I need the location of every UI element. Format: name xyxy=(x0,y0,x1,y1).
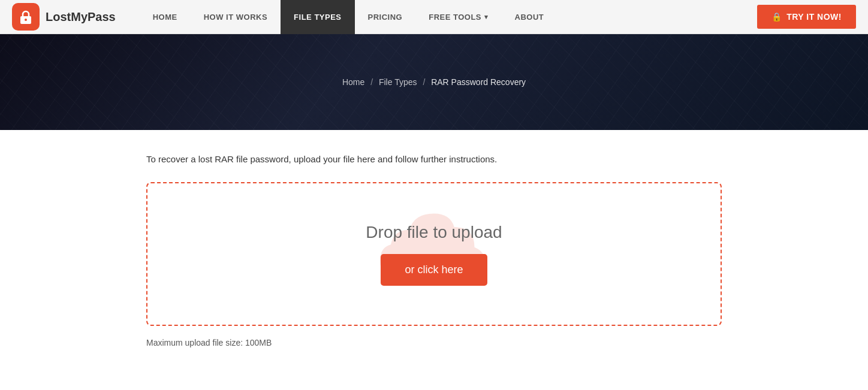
breadcrumb-container: Home / File Types / RAR Password Recover… xyxy=(342,77,526,87)
logo-text: LostMyPass xyxy=(46,10,116,24)
cta-button[interactable]: 🔒 TRY IT NOW! xyxy=(757,5,856,29)
nav-item-home[interactable]: HOME xyxy=(140,0,191,34)
main-content: To recover a lost RAR file password, upl… xyxy=(134,130,734,371)
lock-icon xyxy=(18,9,34,25)
description-text: To recover a lost RAR file password, upl… xyxy=(146,154,722,164)
upload-zone[interactable]: Drop file to upload or click here xyxy=(146,182,722,326)
hero-banner: Home / File Types / RAR Password Recover… xyxy=(0,34,868,130)
nav-item-free-tools[interactable]: FREE TOOLS xyxy=(415,0,501,34)
shield-icon: 🔒 xyxy=(771,12,782,22)
navbar: LostMyPass HOME HOW IT WORKS FILE TYPES … xyxy=(0,0,868,34)
click-here-button[interactable]: or click here xyxy=(381,254,487,286)
breadcrumb-separator-1: / xyxy=(370,77,373,87)
breadcrumb-separator-2: / xyxy=(423,77,425,87)
logo-link[interactable]: LostMyPass xyxy=(12,3,116,31)
breadcrumb: Home / File Types / RAR Password Recover… xyxy=(342,77,526,87)
nav-links: HOME HOW IT WORKS FILE TYPES PRICING FRE… xyxy=(140,0,757,34)
breadcrumb-home-link[interactable]: Home xyxy=(342,77,364,87)
breadcrumb-current: RAR Password Recovery xyxy=(431,77,526,87)
breadcrumb-file-types-link[interactable]: File Types xyxy=(379,77,417,87)
file-size-note: Maximum upload file size: 100MB xyxy=(146,338,722,347)
nav-item-about[interactable]: ABOUT xyxy=(502,0,557,34)
svg-point-1 xyxy=(25,19,27,21)
nav-item-how-it-works[interactable]: HOW IT WORKS xyxy=(191,0,281,34)
nav-item-file-types[interactable]: FILE TYPES xyxy=(281,0,354,34)
nav-item-pricing[interactable]: PRICING xyxy=(355,0,416,34)
logo-icon xyxy=(12,3,40,31)
drop-file-text: Drop file to upload xyxy=(366,223,502,242)
